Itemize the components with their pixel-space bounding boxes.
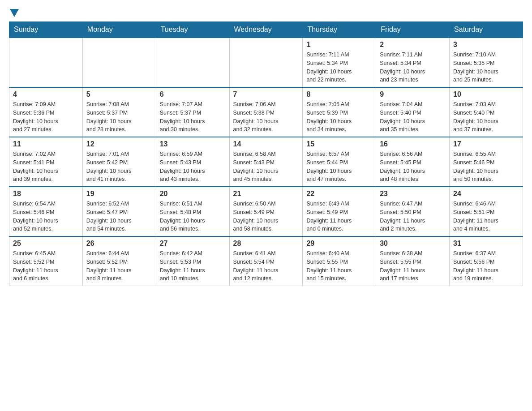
calendar-cell: 5Sunrise: 7:08 AMSunset: 5:37 PMDaylight… xyxy=(82,87,156,137)
day-number: 28 xyxy=(233,240,299,248)
calendar-cell: 14Sunrise: 6:58 AMSunset: 5:43 PMDayligh… xyxy=(229,137,303,187)
day-info: Sunrise: 6:51 AMSunset: 5:48 PMDaylight:… xyxy=(160,200,226,233)
day-info: Sunrise: 7:03 AMSunset: 5:40 PMDaylight:… xyxy=(453,100,519,134)
day-info: Sunrise: 6:54 AMSunset: 5:46 PMDaylight:… xyxy=(13,200,79,233)
day-number: 26 xyxy=(86,240,152,248)
calendar-cell: 22Sunrise: 6:49 AMSunset: 5:49 PMDayligh… xyxy=(303,187,376,236)
day-info: Sunrise: 6:41 AMSunset: 5:54 PMDaylight:… xyxy=(233,249,299,283)
day-number: 12 xyxy=(86,140,152,148)
calendar-cell: 28Sunrise: 6:41 AMSunset: 5:54 PMDayligh… xyxy=(229,236,303,286)
calendar-cell: 4Sunrise: 7:09 AMSunset: 5:36 PMDaylight… xyxy=(9,87,83,137)
day-number: 20 xyxy=(160,190,226,198)
day-info: Sunrise: 6:52 AMSunset: 5:47 PMDaylight:… xyxy=(86,200,152,233)
day-info: Sunrise: 6:50 AMSunset: 5:49 PMDaylight:… xyxy=(233,200,299,233)
day-number: 7 xyxy=(233,90,299,98)
calendar-cell: 6Sunrise: 7:07 AMSunset: 5:37 PMDaylight… xyxy=(156,87,229,137)
calendar-cell: 15Sunrise: 6:57 AMSunset: 5:44 PMDayligh… xyxy=(303,137,376,187)
calendar-cell: 8Sunrise: 7:05 AMSunset: 5:39 PMDaylight… xyxy=(303,87,376,137)
day-number: 22 xyxy=(306,190,372,198)
day-info: Sunrise: 6:56 AMSunset: 5:45 PMDaylight:… xyxy=(380,150,446,184)
day-number: 27 xyxy=(160,240,226,248)
day-info: Sunrise: 7:08 AMSunset: 5:37 PMDaylight:… xyxy=(86,100,152,134)
calendar-week-row: 25Sunrise: 6:45 AMSunset: 5:52 PMDayligh… xyxy=(9,236,523,286)
day-number: 6 xyxy=(160,90,226,98)
calendar-cell: 13Sunrise: 6:59 AMSunset: 5:43 PMDayligh… xyxy=(156,137,229,187)
calendar-table: SundayMondayTuesdayWednesdayThursdayFrid… xyxy=(9,21,523,286)
calendar-cell: 27Sunrise: 6:42 AMSunset: 5:53 PMDayligh… xyxy=(156,236,229,286)
calendar-cell: 3Sunrise: 7:10 AMSunset: 5:35 PMDaylight… xyxy=(450,38,523,87)
day-number: 29 xyxy=(306,240,372,248)
day-info: Sunrise: 7:05 AMSunset: 5:39 PMDaylight:… xyxy=(306,100,372,134)
day-info: Sunrise: 6:59 AMSunset: 5:43 PMDaylight:… xyxy=(160,150,226,184)
calendar-cell: 2Sunrise: 7:11 AMSunset: 5:34 PMDaylight… xyxy=(376,38,450,87)
calendar-cell: 16Sunrise: 6:56 AMSunset: 5:45 PMDayligh… xyxy=(376,137,450,187)
calendar-week-row: 11Sunrise: 7:02 AMSunset: 5:41 PMDayligh… xyxy=(9,137,523,187)
calendar-cell xyxy=(229,38,303,87)
day-info: Sunrise: 6:45 AMSunset: 5:52 PMDaylight:… xyxy=(13,249,79,283)
day-info: Sunrise: 7:06 AMSunset: 5:38 PMDaylight:… xyxy=(233,100,299,134)
day-number: 3 xyxy=(453,41,519,49)
logo xyxy=(9,9,20,17)
calendar-cell: 21Sunrise: 6:50 AMSunset: 5:49 PMDayligh… xyxy=(229,187,303,236)
calendar-cell: 12Sunrise: 7:01 AMSunset: 5:42 PMDayligh… xyxy=(82,137,156,187)
calendar-week-row: 4Sunrise: 7:09 AMSunset: 5:36 PMDaylight… xyxy=(9,87,523,137)
day-number: 16 xyxy=(380,140,446,148)
day-info: Sunrise: 7:11 AMSunset: 5:34 PMDaylight:… xyxy=(380,51,446,84)
calendar-cell: 7Sunrise: 7:06 AMSunset: 5:38 PMDaylight… xyxy=(229,87,303,137)
day-number: 15 xyxy=(306,140,372,148)
day-info: Sunrise: 6:40 AMSunset: 5:55 PMDaylight:… xyxy=(306,249,372,283)
calendar-cell: 1Sunrise: 7:11 AMSunset: 5:34 PMDaylight… xyxy=(303,38,376,87)
day-number: 31 xyxy=(453,240,519,248)
calendar-cell: 25Sunrise: 6:45 AMSunset: 5:52 PMDayligh… xyxy=(9,236,83,286)
weekday-header-tuesday: Tuesday xyxy=(156,22,229,38)
day-number: 4 xyxy=(13,90,79,98)
day-info: Sunrise: 7:01 AMSunset: 5:42 PMDaylight:… xyxy=(86,150,152,184)
day-number: 8 xyxy=(306,90,372,98)
day-number: 5 xyxy=(86,90,152,98)
weekday-header-monday: Monday xyxy=(82,22,156,38)
weekday-header-saturday: Saturday xyxy=(450,22,523,38)
calendar-cell xyxy=(82,38,156,87)
weekday-header-friday: Friday xyxy=(376,22,450,38)
day-number: 17 xyxy=(453,140,519,148)
calendar-cell xyxy=(9,38,83,87)
calendar-cell: 20Sunrise: 6:51 AMSunset: 5:48 PMDayligh… xyxy=(156,187,229,236)
calendar-cell: 23Sunrise: 6:47 AMSunset: 5:50 PMDayligh… xyxy=(376,187,450,236)
day-info: Sunrise: 6:47 AMSunset: 5:50 PMDaylight:… xyxy=(380,200,446,233)
day-info: Sunrise: 7:07 AMSunset: 5:37 PMDaylight:… xyxy=(160,100,226,134)
day-number: 24 xyxy=(453,190,519,198)
weekday-header-thursday: Thursday xyxy=(303,22,376,38)
day-number: 11 xyxy=(13,140,79,148)
day-number: 30 xyxy=(380,240,446,248)
calendar-cell: 31Sunrise: 6:37 AMSunset: 5:56 PMDayligh… xyxy=(450,236,523,286)
weekday-header-wednesday: Wednesday xyxy=(229,22,303,38)
calendar-cell: 9Sunrise: 7:04 AMSunset: 5:40 PMDaylight… xyxy=(376,87,450,137)
weekday-header-sunday: Sunday xyxy=(9,22,83,38)
day-number: 10 xyxy=(453,90,519,98)
day-info: Sunrise: 7:10 AMSunset: 5:35 PMDaylight:… xyxy=(453,51,519,84)
calendar-cell: 18Sunrise: 6:54 AMSunset: 5:46 PMDayligh… xyxy=(9,187,83,236)
day-number: 25 xyxy=(13,240,79,248)
day-info: Sunrise: 6:46 AMSunset: 5:51 PMDaylight:… xyxy=(453,200,519,233)
weekday-header-row: SundayMondayTuesdayWednesdayThursdayFrid… xyxy=(9,22,523,38)
day-info: Sunrise: 6:49 AMSunset: 5:49 PMDaylight:… xyxy=(306,200,372,233)
calendar-cell: 29Sunrise: 6:40 AMSunset: 5:55 PMDayligh… xyxy=(303,236,376,286)
calendar-cell xyxy=(156,38,229,87)
page-header xyxy=(9,9,523,17)
calendar-cell: 24Sunrise: 6:46 AMSunset: 5:51 PMDayligh… xyxy=(450,187,523,236)
day-info: Sunrise: 7:04 AMSunset: 5:40 PMDaylight:… xyxy=(380,100,446,134)
day-info: Sunrise: 7:11 AMSunset: 5:34 PMDaylight:… xyxy=(306,51,372,84)
calendar-cell: 11Sunrise: 7:02 AMSunset: 5:41 PMDayligh… xyxy=(9,137,83,187)
day-info: Sunrise: 6:42 AMSunset: 5:53 PMDaylight:… xyxy=(160,249,226,283)
day-info: Sunrise: 6:57 AMSunset: 5:44 PMDaylight:… xyxy=(306,150,372,184)
day-number: 13 xyxy=(160,140,226,148)
day-info: Sunrise: 7:09 AMSunset: 5:36 PMDaylight:… xyxy=(13,100,79,134)
day-number: 9 xyxy=(380,90,446,98)
day-number: 1 xyxy=(306,41,372,49)
calendar-week-row: 18Sunrise: 6:54 AMSunset: 5:46 PMDayligh… xyxy=(9,187,523,236)
day-info: Sunrise: 6:44 AMSunset: 5:52 PMDaylight:… xyxy=(86,249,152,283)
calendar-cell: 10Sunrise: 7:03 AMSunset: 5:40 PMDayligh… xyxy=(450,87,523,137)
calendar-cell: 19Sunrise: 6:52 AMSunset: 5:47 PMDayligh… xyxy=(82,187,156,236)
day-info: Sunrise: 6:38 AMSunset: 5:55 PMDaylight:… xyxy=(380,249,446,283)
day-info: Sunrise: 6:37 AMSunset: 5:56 PMDaylight:… xyxy=(453,249,519,283)
